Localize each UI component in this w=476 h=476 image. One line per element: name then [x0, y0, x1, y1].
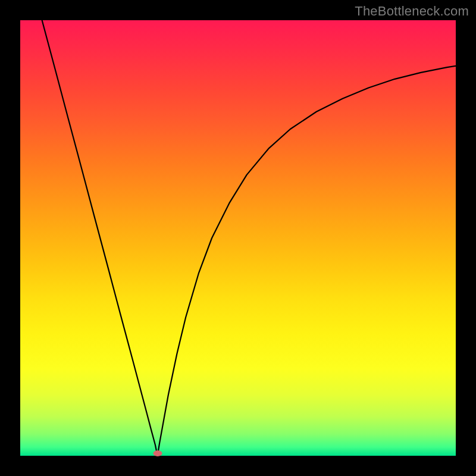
bottleneck-curve: [42, 20, 456, 456]
curve-svg: [20, 20, 456, 456]
chart-frame: TheBottleneck.com: [0, 0, 476, 476]
curve-minimum-marker: [153, 450, 162, 456]
watermark-text: TheBottleneck.com: [355, 4, 469, 19]
plot-area: [20, 20, 456, 456]
